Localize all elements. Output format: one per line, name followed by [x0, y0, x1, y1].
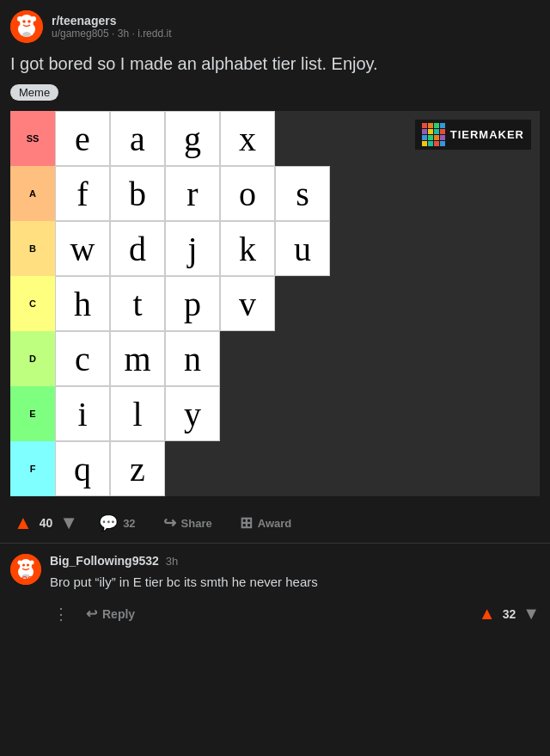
tier-remainder: [220, 331, 540, 386]
tier-label: A: [10, 166, 55, 221]
comment-button[interactable]: 💬 32: [92, 510, 142, 536]
svg-point-13: [22, 563, 25, 566]
tier-remainder: [275, 276, 540, 331]
award-icon: ⊞: [240, 513, 253, 532]
avatar[interactable]: [10, 10, 43, 43]
tier-cell: h: [55, 276, 110, 331]
svg-point-4: [31, 16, 36, 22]
tier-cell: y: [165, 386, 220, 441]
tier-rows: SSeagxAfbrosBwdjkuChtpvDcmnEilyFqz: [10, 111, 540, 496]
comment-text: Bro put “ily” in E tier bc its smth he n…: [50, 573, 540, 593]
flair-badge[interactable]: Meme: [10, 84, 58, 101]
post-meta: r/teenagers u/gameg805 · 3h · i.redd.it: [52, 14, 171, 40]
svg-point-5: [22, 20, 26, 23]
tier-label: F: [10, 441, 55, 496]
tier-cell: r: [165, 166, 220, 221]
tier-cell: z: [110, 441, 165, 496]
downvote-button[interactable]: ▼: [59, 512, 78, 534]
tiermaker-pixel: [434, 135, 439, 140]
tier-row-d: Dcmn: [10, 331, 540, 386]
tier-cells: eagx: [55, 111, 275, 166]
tiermaker-pixel: [428, 129, 433, 134]
post-container: r/teenagers u/gameg805 · 3h · i.redd.it …: [0, 0, 550, 543]
tier-cell: t: [110, 276, 165, 331]
tier-row-f: Fqz: [10, 441, 540, 496]
reply-button[interactable]: ↩ Reply: [86, 605, 135, 622]
vote-count: 40: [40, 516, 53, 530]
comment-upvote-button[interactable]: ▲: [479, 604, 496, 624]
comment-vote: ▲ 32 ▼: [479, 604, 540, 624]
svg-point-7: [22, 32, 31, 37]
tier-cells: qz: [55, 441, 165, 496]
tiermaker-pixel: [440, 129, 445, 134]
tiermaker-pixel: [428, 135, 433, 140]
svg-point-12: [30, 561, 34, 565]
tier-list-image: SSeagxAfbrosBwdjkuChtpvDcmnEilyFqz TiERM…: [10, 111, 540, 503]
tier-label: C: [10, 276, 55, 331]
comment-body: Big_Following9532 3h Bro put “ily” in E …: [50, 554, 540, 627]
svg-point-6: [28, 20, 31, 23]
comment-icon: 💬: [99, 513, 118, 532]
post-info: u/gameg805 · 3h · i.redd.it: [52, 28, 171, 40]
tier-cell: n: [165, 331, 220, 386]
tier-cell: v: [220, 276, 275, 331]
post-header: r/teenagers u/gameg805 · 3h · i.redd.it: [10, 10, 540, 43]
tier-cell: p: [165, 276, 220, 331]
tiermaker-logo: TiERMAKER: [415, 120, 531, 150]
svg-text:OG: OG: [21, 575, 34, 583]
tier-remainder: [330, 221, 540, 276]
comment-actions: ⋮ ↩ Reply ▲ 32 ▼: [50, 601, 540, 627]
tiermaker-pixel: [434, 129, 439, 134]
comment-downvote-button[interactable]: ▼: [522, 604, 540, 624]
tiermaker-pixel: [422, 129, 427, 134]
comment-vote-count: 32: [503, 607, 516, 621]
tier-remainder: [330, 166, 540, 221]
svg-point-14: [27, 563, 29, 566]
tiermaker-pixel: [428, 141, 433, 146]
upvote-button[interactable]: ▲: [14, 512, 33, 534]
tier-cell: s: [275, 166, 330, 221]
tier-row-c: Chtpv: [10, 276, 540, 331]
tier-cells: wdjku: [55, 221, 330, 276]
tiermaker-pixel: [434, 141, 439, 146]
tier-cell: a: [110, 111, 165, 166]
tier-cell: f: [55, 166, 110, 221]
action-bar: ▲ 40 ▼ 💬 32 ↪ Share ⊞ Award: [10, 503, 540, 543]
tier-label: D: [10, 331, 55, 386]
tier-cell: j: [165, 221, 220, 276]
tiermaker-pixel: [422, 141, 427, 146]
tier-cell: d: [110, 221, 165, 276]
tier-row-b: Bwdjku: [10, 221, 540, 276]
tiermaker-text: TiERMAKER: [450, 128, 524, 141]
tier-cell: i: [55, 386, 110, 441]
tier-label: B: [10, 221, 55, 276]
tier-cell: m: [110, 331, 165, 386]
tier-cell: g: [165, 111, 220, 166]
commenter-avatar: OG: [10, 554, 41, 585]
tier-row-a: Afbros: [10, 166, 540, 221]
tier-cell: o: [220, 166, 275, 221]
tier-cell: c: [55, 331, 110, 386]
tier-cells: ily: [55, 386, 220, 441]
tiermaker-grid-icon: [422, 123, 445, 146]
tier-row-e: Eily: [10, 386, 540, 441]
share-button[interactable]: ↪ Share: [156, 510, 219, 536]
tier-label: E: [10, 386, 55, 441]
commenter-name[interactable]: Big_Following9532: [50, 554, 159, 568]
comment-section: OG Big_Following9532 3h Bro put “ily” in…: [0, 544, 550, 637]
more-options-button[interactable]: ⋮: [50, 601, 72, 627]
award-button[interactable]: ⊞ Award: [233, 510, 299, 536]
tier-cell: b: [110, 166, 165, 221]
tier-cell: w: [55, 221, 110, 276]
tiermaker-pixel: [422, 135, 427, 140]
share-icon: ↪: [163, 513, 176, 532]
tiermaker-pixel: [428, 123, 433, 128]
tier-cell: u: [275, 221, 330, 276]
tier-cell: l: [110, 386, 165, 441]
subreddit-name[interactable]: r/teenagers: [52, 14, 171, 28]
tier-cells: htpv: [55, 276, 275, 331]
tiermaker-pixel: [440, 135, 445, 140]
tiermaker-pixel: [434, 123, 439, 128]
comment-time: 3h: [166, 555, 178, 568]
tier-cells: fbros: [55, 166, 330, 221]
